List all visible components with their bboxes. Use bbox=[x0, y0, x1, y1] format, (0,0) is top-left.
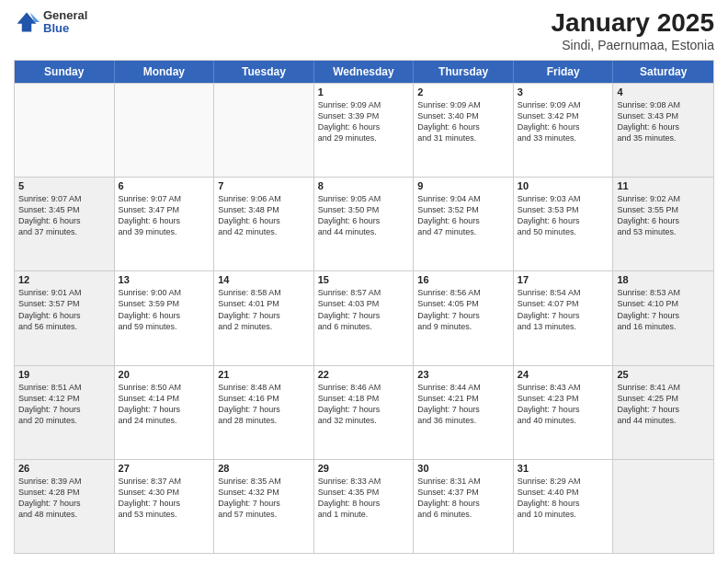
day-number: 17 bbox=[518, 274, 609, 285]
calendar-cell: 14Sunrise: 8:58 AM Sunset: 4:01 PM Dayli… bbox=[214, 271, 314, 364]
day-number: 5 bbox=[18, 180, 110, 191]
cell-details: Sunrise: 9:03 AM Sunset: 3:53 PM Dayligh… bbox=[518, 193, 609, 238]
calendar-cell: 21Sunrise: 8:48 AM Sunset: 4:16 PM Dayli… bbox=[214, 366, 314, 459]
cell-details: Sunrise: 8:31 AM Sunset: 4:37 PM Dayligh… bbox=[417, 476, 509, 521]
day-number: 23 bbox=[417, 369, 509, 380]
cell-details: Sunrise: 8:56 AM Sunset: 4:05 PM Dayligh… bbox=[417, 287, 509, 332]
calendar-cell: 22Sunrise: 8:46 AM Sunset: 4:18 PM Dayli… bbox=[314, 366, 415, 459]
cell-details: Sunrise: 9:08 AM Sunset: 3:43 PM Dayligh… bbox=[617, 99, 710, 144]
calendar-row: 26Sunrise: 8:39 AM Sunset: 4:28 PM Dayli… bbox=[15, 459, 713, 553]
logo-text: General Blue bbox=[43, 9, 87, 36]
calendar-cell: 25Sunrise: 8:41 AM Sunset: 4:25 PM Dayli… bbox=[613, 366, 713, 459]
cell-details: Sunrise: 8:29 AM Sunset: 4:40 PM Dayligh… bbox=[518, 476, 609, 521]
logo-general: General bbox=[43, 9, 87, 22]
calendar-cell: 4Sunrise: 9:08 AM Sunset: 3:43 PM Daylig… bbox=[613, 84, 713, 177]
day-number: 28 bbox=[218, 463, 310, 474]
cell-details: Sunrise: 8:43 AM Sunset: 4:23 PM Dayligh… bbox=[518, 382, 609, 427]
page-subtitle: Sindi, Paernumaa, Estonia bbox=[552, 38, 714, 52]
cell-details: Sunrise: 8:50 AM Sunset: 4:14 PM Dayligh… bbox=[119, 382, 210, 427]
cell-details: Sunrise: 9:07 AM Sunset: 3:47 PM Dayligh… bbox=[119, 193, 210, 238]
cell-details: Sunrise: 8:54 AM Sunset: 4:07 PM Dayligh… bbox=[518, 287, 609, 332]
calendar-cell bbox=[15, 84, 115, 177]
day-number: 12 bbox=[18, 274, 110, 285]
calendar-cell: 30Sunrise: 8:31 AM Sunset: 4:37 PM Dayli… bbox=[414, 460, 514, 553]
calendar-cell: 18Sunrise: 8:53 AM Sunset: 4:10 PM Dayli… bbox=[613, 271, 713, 364]
day-number: 31 bbox=[518, 463, 609, 474]
calendar-cell: 10Sunrise: 9:03 AM Sunset: 3:53 PM Dayli… bbox=[514, 178, 614, 270]
calendar-row: 12Sunrise: 9:01 AM Sunset: 3:57 PM Dayli… bbox=[15, 270, 713, 364]
calendar-cell: 17Sunrise: 8:54 AM Sunset: 4:07 PM Dayli… bbox=[514, 271, 614, 364]
day-number: 1 bbox=[318, 86, 410, 98]
page: General Blue January 2025 Sindi, Paernum… bbox=[0, 0, 728, 563]
calendar-cell: 12Sunrise: 9:01 AM Sunset: 3:57 PM Dayli… bbox=[15, 271, 115, 364]
cell-details: Sunrise: 8:33 AM Sunset: 4:35 PM Dayligh… bbox=[318, 476, 410, 521]
page-title: January 2025 bbox=[552, 9, 714, 38]
calendar-row: 5Sunrise: 9:07 AM Sunset: 3:45 PM Daylig… bbox=[15, 177, 713, 270]
day-number: 21 bbox=[218, 369, 310, 380]
day-number: 8 bbox=[318, 180, 410, 191]
calendar-cell: 28Sunrise: 8:35 AM Sunset: 4:32 PM Dayli… bbox=[214, 460, 314, 553]
cell-details: Sunrise: 8:44 AM Sunset: 4:21 PM Dayligh… bbox=[417, 382, 509, 427]
cell-details: Sunrise: 8:41 AM Sunset: 4:25 PM Dayligh… bbox=[617, 382, 710, 427]
calendar-cell: 6Sunrise: 9:07 AM Sunset: 3:47 PM Daylig… bbox=[115, 178, 215, 270]
day-number: 30 bbox=[417, 463, 509, 474]
calendar-header: SundayMondayTuesdayWednesdayThursdayFrid… bbox=[15, 61, 713, 83]
header: General Blue January 2025 Sindi, Paernum… bbox=[14, 9, 714, 52]
day-number: 3 bbox=[518, 86, 609, 98]
day-number: 25 bbox=[617, 369, 710, 380]
day-number: 9 bbox=[417, 180, 509, 191]
cell-details: Sunrise: 9:00 AM Sunset: 3:59 PM Dayligh… bbox=[119, 287, 210, 332]
cell-details: Sunrise: 9:06 AM Sunset: 3:48 PM Dayligh… bbox=[218, 193, 310, 238]
calendar-cell: 16Sunrise: 8:56 AM Sunset: 4:05 PM Dayli… bbox=[414, 271, 514, 364]
title-block: January 2025 Sindi, Paernumaa, Estonia bbox=[552, 9, 714, 52]
cell-details: Sunrise: 8:57 AM Sunset: 4:03 PM Dayligh… bbox=[318, 287, 410, 332]
day-number: 26 bbox=[18, 463, 110, 474]
cell-details: Sunrise: 9:09 AM Sunset: 3:42 PM Dayligh… bbox=[518, 99, 609, 144]
calendar-cell: 8Sunrise: 9:05 AM Sunset: 3:50 PM Daylig… bbox=[314, 178, 415, 270]
weekday-header: Thursday bbox=[414, 61, 514, 83]
weekday-header: Tuesday bbox=[214, 61, 314, 83]
calendar-cell bbox=[214, 84, 314, 177]
day-number: 24 bbox=[518, 369, 609, 380]
calendar-cell: 24Sunrise: 8:43 AM Sunset: 4:23 PM Dayli… bbox=[514, 366, 614, 459]
weekday-header: Friday bbox=[514, 61, 614, 83]
calendar-cell: 20Sunrise: 8:50 AM Sunset: 4:14 PM Dayli… bbox=[115, 366, 215, 459]
weekday-header: Sunday bbox=[15, 61, 115, 83]
cell-details: Sunrise: 8:46 AM Sunset: 4:18 PM Dayligh… bbox=[318, 382, 410, 427]
day-number: 20 bbox=[119, 369, 210, 380]
day-number: 7 bbox=[218, 180, 310, 191]
calendar-cell: 19Sunrise: 8:51 AM Sunset: 4:12 PM Dayli… bbox=[15, 366, 115, 459]
calendar-cell: 7Sunrise: 9:06 AM Sunset: 3:48 PM Daylig… bbox=[214, 178, 314, 270]
day-number: 6 bbox=[119, 180, 210, 191]
day-number: 4 bbox=[617, 86, 710, 98]
day-number: 15 bbox=[318, 274, 410, 285]
calendar-row: 1Sunrise: 9:09 AM Sunset: 3:39 PM Daylig… bbox=[15, 83, 713, 177]
calendar-cell: 2Sunrise: 9:09 AM Sunset: 3:40 PM Daylig… bbox=[414, 84, 514, 177]
day-number: 18 bbox=[617, 274, 710, 285]
cell-details: Sunrise: 8:51 AM Sunset: 4:12 PM Dayligh… bbox=[18, 382, 110, 427]
day-number: 29 bbox=[318, 463, 410, 474]
day-number: 11 bbox=[617, 180, 710, 191]
day-number: 10 bbox=[518, 180, 609, 191]
cell-details: Sunrise: 8:35 AM Sunset: 4:32 PM Dayligh… bbox=[218, 476, 310, 521]
calendar-row: 19Sunrise: 8:51 AM Sunset: 4:12 PM Dayli… bbox=[15, 365, 713, 459]
weekday-header: Monday bbox=[115, 61, 215, 83]
calendar-cell: 13Sunrise: 9:00 AM Sunset: 3:59 PM Dayli… bbox=[115, 271, 215, 364]
weekday-header: Wednesday bbox=[314, 61, 415, 83]
cell-details: Sunrise: 8:53 AM Sunset: 4:10 PM Dayligh… bbox=[617, 287, 710, 332]
calendar: SundayMondayTuesdayWednesdayThursdayFrid… bbox=[14, 60, 714, 554]
day-number: 16 bbox=[417, 274, 509, 285]
cell-details: Sunrise: 9:04 AM Sunset: 3:52 PM Dayligh… bbox=[417, 193, 509, 238]
day-number: 22 bbox=[318, 369, 410, 380]
calendar-cell: 11Sunrise: 9:02 AM Sunset: 3:55 PM Dayli… bbox=[613, 178, 713, 270]
weekday-header: Saturday bbox=[613, 61, 713, 83]
calendar-cell: 31Sunrise: 8:29 AM Sunset: 4:40 PM Dayli… bbox=[514, 460, 614, 553]
calendar-cell: 23Sunrise: 8:44 AM Sunset: 4:21 PM Dayli… bbox=[414, 366, 514, 459]
day-number: 13 bbox=[119, 274, 210, 285]
calendar-cell: 29Sunrise: 8:33 AM Sunset: 4:35 PM Dayli… bbox=[314, 460, 415, 553]
calendar-cell: 1Sunrise: 9:09 AM Sunset: 3:39 PM Daylig… bbox=[314, 84, 415, 177]
day-number: 2 bbox=[417, 86, 509, 98]
cell-details: Sunrise: 8:58 AM Sunset: 4:01 PM Dayligh… bbox=[218, 287, 310, 332]
day-number: 14 bbox=[218, 274, 310, 285]
calendar-body: 1Sunrise: 9:09 AM Sunset: 3:39 PM Daylig… bbox=[15, 83, 713, 553]
